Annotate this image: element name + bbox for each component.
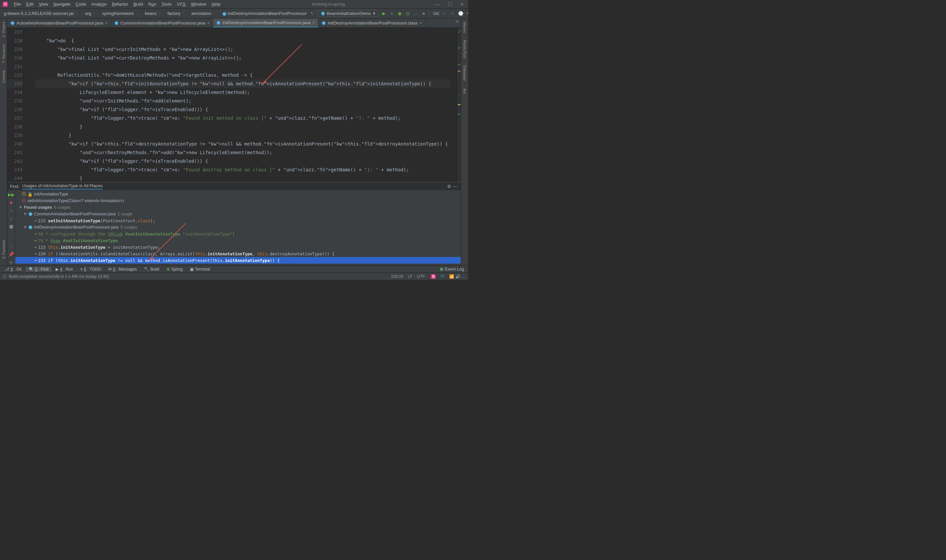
tab-autowired[interactable]: C AutowiredAnnotationBeanPostProcessor.j…: [7, 18, 111, 28]
tab-initdestroy-class[interactable]: C InitDestroyAnnotationBeanPostProcessor…: [319, 18, 426, 28]
sidebar-structure[interactable]: 7: Structure: [1, 42, 6, 65]
code-editor[interactable]: 2272282292302312322332342352362372382392…: [7, 28, 457, 182]
commit-icon[interactable]: ✓: [450, 11, 456, 17]
menu-edit[interactable]: Edit: [23, 2, 36, 7]
tab-common[interactable]: C CommonAnnotationBeanPostProcessor.java…: [111, 18, 214, 28]
rerun-icon[interactable]: ▶▶: [8, 192, 14, 197]
fold-column[interactable]: [28, 28, 35, 182]
search-icon: 🔍: [29, 267, 34, 272]
gear-icon[interactable]: ⚙: [446, 183, 452, 189]
tree-file-common[interactable]: ▼ C CommonAnnotationBeanPostProcessor.ja…: [15, 211, 461, 217]
close-icon[interactable]: ×: [420, 21, 422, 25]
chevron-down-icon: ▾: [373, 11, 375, 16]
menu-refactor[interactable]: Refactor: [109, 2, 131, 7]
field-icon: ⓕ: [22, 192, 26, 197]
prev-icon[interactable]: ↑: [8, 208, 14, 213]
menu-tools[interactable]: Tools: [159, 2, 174, 7]
sidebar-database[interactable]: Database: [462, 63, 467, 83]
hammer-icon: 🔨: [144, 267, 149, 272]
code-body[interactable]: "kw">do { "kw">final List "und">currInit…: [35, 28, 457, 182]
close-icon[interactable]: ×: [313, 20, 315, 25]
tree-usage-123[interactable]: ➝ 123 this.initAnnotationType = initAnno…: [15, 244, 461, 251]
hide-icon[interactable]: —: [452, 183, 458, 189]
crumb-annotation[interactable]: annotation: [189, 10, 220, 17]
terminal-icon: ▣: [190, 267, 194, 272]
run-config-name: BeanInitializationDemo: [327, 11, 371, 16]
tree-file-initdestroy[interactable]: ▼ C InitDestroyAnnotationBeanPostProcess…: [15, 224, 461, 231]
coverage-icon[interactable]: ◉: [397, 11, 403, 17]
minimize-button[interactable]: —: [434, 2, 441, 7]
menu-file[interactable]: File: [11, 2, 23, 7]
encoding[interactable]: UTF-: [417, 274, 426, 279]
tab-initdestroy-java[interactable]: C InitDestroyAnnotationBeanPostProcessor…: [213, 18, 319, 28]
next-icon[interactable]: ↓: [8, 215, 14, 221]
more-icon[interactable]: »: [8, 259, 14, 265]
left-tool-strip: 1: Project 7: Structure Commit 2: Favori…: [0, 18, 7, 265]
sidebar-favorites[interactable]: 2: Favorites: [1, 238, 6, 261]
crumb-factory[interactable]: factory: [165, 10, 189, 17]
tab-find[interactable]: 🔍 3: Find: [26, 267, 52, 272]
profiler-icon[interactable]: ◷: [405, 11, 411, 17]
crumb-class[interactable]: C InitDestroyAnnotationBeanPostProcessor: [220, 10, 310, 17]
tree-target-1[interactable]: ⓕ 🔒 initAnnotationType: [15, 191, 461, 197]
menu-vcs[interactable]: VCS: [174, 2, 188, 7]
line-separator[interactable]: LF: [408, 274, 413, 279]
status-widget-icon[interactable]: ☐: [3, 274, 6, 279]
tree-usage-220[interactable]: ➝ 220 if (!AnnotationUtils.isCandidateCl…: [15, 251, 461, 257]
crumb-sf[interactable]: springframework: [100, 10, 142, 17]
tree-found-usages[interactable]: ▼ Found usages 6 usages: [15, 204, 461, 211]
tab-messages[interactable]: ✉ 0: Messages: [105, 267, 140, 272]
menu-run[interactable]: Run: [146, 2, 159, 7]
expand-icon[interactable]: →: [8, 243, 14, 249]
crumb-jar[interactable]: g-beans-5.2.2.RELEASE-sources.jar: [2, 10, 82, 17]
sidebar-ant[interactable]: Ant: [462, 86, 467, 96]
tab-todo[interactable]: ≡ 6: TODO: [77, 267, 105, 272]
crumb-beans[interactable]: beans: [142, 10, 165, 17]
history-icon[interactable]: 🕘: [458, 11, 464, 17]
revert-icon[interactable]: ↶: [466, 11, 468, 17]
usage-icon: ➝: [34, 232, 37, 236]
tab-run[interactable]: ▶ 4: Run: [52, 267, 76, 272]
run-config-selector[interactable]: C BeanInitializationDemo ▾: [317, 10, 379, 17]
group-icon[interactable]: ▦: [8, 223, 14, 229]
tab-spring[interactable]: ❀ Spring: [163, 267, 186, 272]
sidebar-commit[interactable]: Commit: [1, 68, 6, 85]
sidebar-project[interactable]: 1: Project: [1, 20, 6, 39]
menu-navigate[interactable]: Navigate: [51, 2, 73, 7]
close-button[interactable]: ✕: [459, 2, 465, 7]
tree-usage-215[interactable]: ➝ 215 setInitAnnotationType(PostConstruc…: [15, 217, 461, 224]
pin-icon[interactable]: 📌: [8, 251, 14, 257]
tree-usage-76[interactable]: ➝ 76 * @see #setInitAnnotationType: [15, 237, 461, 244]
tree-usage-233[interactable]: ➝ 233 if (this.initAnnotationType != nul…: [15, 257, 461, 264]
update-icon[interactable]: ✓: [442, 11, 448, 17]
maven-icon: m: [453, 18, 461, 28]
tree-usage-58[interactable]: ➝ 58 * configured through the {@link #se…: [15, 231, 461, 237]
tab-build[interactable]: 🔨 Build: [141, 267, 163, 272]
tree-target-2[interactable]: ⓜ setInitAnnotationType(Class<? extends …: [15, 197, 461, 204]
close-icon[interactable]: ×: [207, 21, 210, 25]
sidebar-maven[interactable]: Maven: [462, 20, 467, 35]
crumb-org[interactable]: org: [82, 10, 100, 17]
minimap[interactable]: ✓: [457, 28, 461, 182]
menu-build[interactable]: Build: [131, 2, 146, 7]
close-icon[interactable]: ×: [105, 21, 108, 25]
event-log[interactable]: Event Log: [440, 266, 467, 272]
debug-icon[interactable]: ⌗: [389, 11, 395, 17]
menu-help[interactable]: Help: [209, 2, 223, 7]
attach-icon[interactable]: …: [413, 11, 419, 17]
tab-git[interactable]: ⎇ 9: Git: [2, 267, 25, 272]
menu-analyze[interactable]: Analyze: [89, 2, 109, 7]
caret-position[interactable]: 233:26: [391, 274, 403, 279]
menu-window[interactable]: Window: [188, 2, 209, 7]
menu-code[interactable]: Code: [73, 2, 89, 7]
sidebar-restful[interactable]: RestfulTool: [462, 38, 467, 60]
maximize-button[interactable]: ☐: [447, 2, 453, 7]
menu-view[interactable]: View: [36, 2, 51, 7]
nav-toolbar: g-beans-5.2.2.RELEASE-sources.jar org sp…: [0, 9, 468, 18]
run-icon[interactable]: ▶: [381, 11, 387, 17]
stop-icon[interactable]: ■: [421, 11, 427, 17]
close-icon[interactable]: ■: [8, 200, 14, 205]
tab-terminal[interactable]: ▣ Terminal: [187, 267, 213, 272]
find-results-tree[interactable]: ⓕ 🔒 initAnnotationType ⓜ setInitAnnotati…: [15, 190, 461, 265]
back-icon[interactable]: ↖: [310, 11, 316, 17]
